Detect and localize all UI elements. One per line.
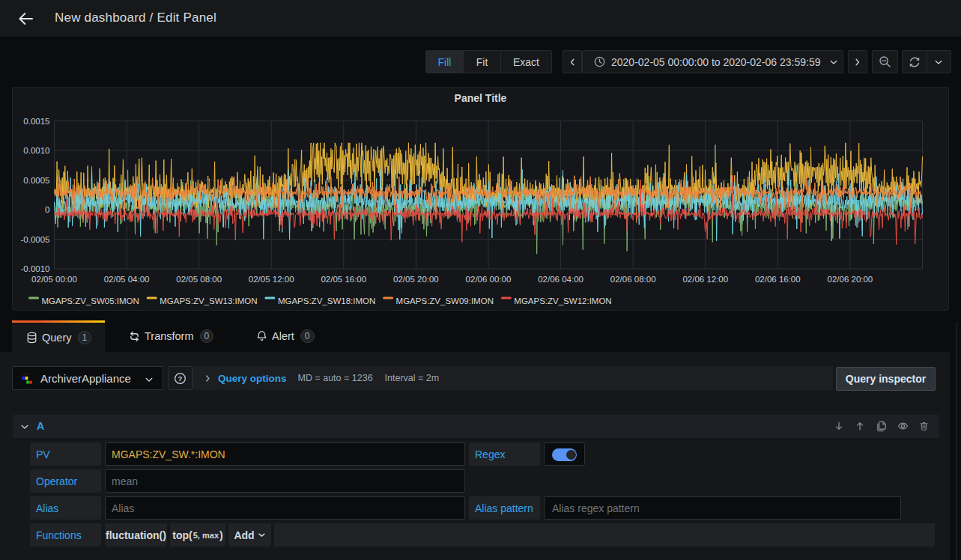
svg-text:02/05 16:00: 02/05 16:00	[321, 275, 366, 284]
svg-text:-0.0005: -0.0005	[20, 235, 49, 244]
svg-text:02/05 08:00: 02/05 08:00	[176, 275, 222, 284]
svg-text:02/06 08:00: 02/06 08:00	[610, 275, 656, 284]
svg-text:02/06 12:00: 02/06 12:00	[682, 275, 728, 284]
svg-text:MGAPS:ZV_SW12:IMON: MGAPS:ZV_SW12:IMON	[514, 296, 611, 305]
svg-text:02/05 20:00: 02/05 20:00	[393, 275, 439, 284]
svg-text:0.0005: 0.0005	[23, 176, 49, 185]
svg-text:02/06 04:00: 02/06 04:00	[538, 275, 583, 284]
svg-text:0: 0	[45, 205, 49, 214]
svg-text:02/05 00:00: 02/05 00:00	[31, 275, 77, 284]
svg-text:02/06 00:00: 02/06 00:00	[466, 275, 512, 284]
svg-text:02/06 20:00: 02/06 20:00	[828, 275, 873, 284]
svg-text:0.0010: 0.0010	[23, 146, 49, 155]
svg-text:02/05 12:00: 02/05 12:00	[249, 275, 294, 284]
svg-text:MGAPS:ZV_SW18:IMON: MGAPS:ZV_SW18:IMON	[278, 296, 375, 305]
svg-text:02/05 04:00: 02/05 04:00	[104, 275, 150, 284]
svg-text:-0.0010: -0.0010	[20, 264, 49, 273]
svg-text:MGAPS:ZV_SW09:IMON: MGAPS:ZV_SW09:IMON	[396, 296, 494, 305]
svg-text:?: ?	[178, 374, 183, 382]
svg-text:MGAPS:ZV_SW13:IMON: MGAPS:ZV_SW13:IMON	[160, 296, 257, 305]
svg-text:0.0015: 0.0015	[23, 117, 49, 126]
svg-text:02/06 16:00: 02/06 16:00	[755, 275, 801, 284]
svg-text:MGAPS:ZV_SW05:IMON: MGAPS:ZV_SW05:IMON	[42, 296, 139, 305]
